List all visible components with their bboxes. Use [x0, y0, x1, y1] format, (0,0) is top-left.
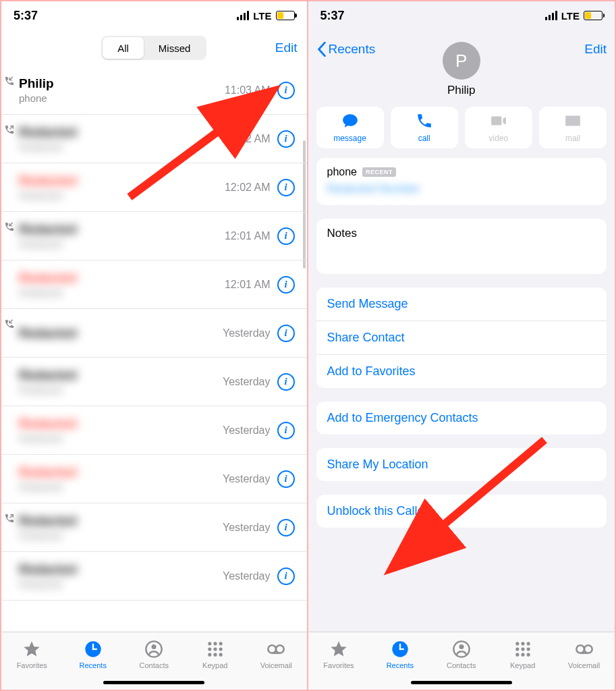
battery-icon: [584, 11, 603, 20]
phone-card[interactable]: phone RECENT Redacted Number: [316, 158, 607, 205]
recents-icon: [391, 640, 410, 660]
info-button[interactable]: i: [277, 519, 295, 536]
segment-missed[interactable]: Missed: [144, 37, 206, 59]
tab-contacts[interactable]: Contacts: [123, 632, 185, 676]
message-action[interactable]: message: [316, 107, 384, 148]
tab-favorites[interactable]: Favorites: [308, 632, 370, 676]
caller-name: Redacted: [19, 173, 225, 188]
info-button[interactable]: i: [277, 276, 295, 294]
svg-point-24: [521, 642, 524, 645]
back-button[interactable]: Recents: [316, 42, 376, 57]
svg-point-6: [213, 642, 217, 645]
caller-sub: Redacted: [19, 433, 223, 444]
caller-sub: Redacted: [19, 287, 225, 298]
info-button[interactable]: i: [277, 422, 295, 439]
call-time: 12:01 AM: [225, 230, 271, 242]
recents-screen: 5:37 LTE All Missed Edit Philipphone11:0…: [1, 1, 308, 690]
tab-recents[interactable]: Recents: [369, 632, 430, 676]
tab-keypad[interactable]: Keypad: [185, 632, 246, 676]
keypad-icon: [206, 640, 225, 660]
svg-point-14: [269, 645, 277, 653]
call-row[interactable]: Philipphone11:03 AMi: [1, 66, 307, 115]
tab-voicemail[interactable]: Voicemail: [553, 632, 615, 676]
action-share-my-location[interactable]: Share My Location: [316, 448, 607, 481]
call-row[interactable]: RedactedRedacted12:02 AMi: [1, 115, 307, 163]
svg-point-10: [219, 647, 222, 651]
call-row[interactable]: RedactedRedactedYesterdayi: [1, 358, 307, 406]
call-row[interactable]: RedactedYesterdayi: [1, 309, 307, 358]
chevron-left-icon: [316, 42, 327, 57]
info-button[interactable]: i: [277, 470, 295, 488]
detail-header: Recents Edit: [308, 30, 615, 69]
recents-icon: [84, 640, 103, 660]
action-send-message[interactable]: Send Message: [316, 287, 607, 321]
call-action[interactable]: call: [391, 107, 458, 148]
call-time: 12:02 AM: [225, 133, 271, 145]
action-add-to-favorites[interactable]: Add to Favorites: [316, 355, 607, 388]
svg-point-11: [208, 653, 211, 656]
phone-number[interactable]: Redacted Number: [327, 182, 596, 196]
keypad-icon: [513, 640, 532, 660]
edit-button[interactable]: Edit: [275, 40, 298, 55]
svg-point-31: [526, 653, 530, 656]
call-row[interactable]: RedactedRedacted12:01 AMi: [1, 260, 307, 309]
tab-voicemail[interactable]: Voicemail: [246, 632, 307, 676]
svg-point-28: [526, 647, 530, 651]
phone-icon: [416, 112, 433, 132]
notes-card[interactable]: Notes: [316, 219, 607, 274]
tab-contacts[interactable]: Contacts: [430, 632, 492, 676]
svg-rect-20: [399, 648, 404, 649]
action-share-contact[interactable]: Share Contact: [316, 321, 607, 355]
svg-point-13: [219, 653, 222, 656]
recents-list[interactable]: Philipphone11:03 AMiRedactedRedacted12:0…: [1, 66, 307, 632]
svg-point-29: [515, 653, 519, 656]
info-button[interactable]: i: [277, 227, 295, 245]
svg-rect-2: [92, 648, 97, 649]
status-time: 5:37: [13, 9, 38, 23]
caller-name: Redacted: [19, 326, 223, 341]
svg-point-22: [459, 644, 464, 649]
mail-icon: [564, 112, 582, 132]
video-action[interactable]: video: [465, 107, 532, 148]
info-button[interactable]: i: [277, 373, 295, 391]
svg-point-15: [276, 645, 284, 653]
edit-button[interactable]: Edit: [584, 42, 607, 57]
info-button[interactable]: i: [277, 568, 295, 585]
actions-group-2: Add to Emergency Contacts: [316, 402, 607, 435]
svg-point-26: [515, 647, 519, 651]
actions-group-1: Send MessageShare ContactAdd to Favorite…: [316, 287, 607, 388]
call-row[interactable]: RedactedRedacted12:01 AMi: [1, 212, 307, 260]
caller-name: Redacted: [19, 514, 223, 528]
call-row[interactable]: RedactedRedacted12:02 AMi: [1, 163, 307, 212]
segment-all[interactable]: All: [103, 37, 144, 59]
info-button[interactable]: i: [277, 179, 295, 196]
caller-sub: phone: [19, 92, 225, 104]
caller-sub: Redacted: [19, 481, 223, 493]
info-button[interactable]: i: [277, 130, 295, 148]
actions-group-3: Share My Location: [316, 448, 607, 481]
call-time: Yesterday: [223, 424, 271, 437]
phone-label: phone: [327, 166, 358, 178]
caller-sub: Redacted: [19, 578, 223, 590]
info-button[interactable]: i: [277, 325, 295, 342]
caller-name: Redacted: [19, 222, 225, 237]
action-row: message call video mail: [308, 107, 615, 158]
action-add-to-emergency-contacts[interactable]: Add to Emergency Contacts: [316, 402, 607, 435]
contacts-icon: [452, 640, 471, 660]
svg-point-33: [584, 645, 592, 653]
call-row[interactable]: RedactedRedactedYesterdayi: [1, 406, 307, 455]
signal-icon: [545, 11, 557, 20]
signal-icon: [237, 11, 249, 20]
tab-recents[interactable]: Recents: [63, 632, 124, 676]
action-unblock-this-caller[interactable]: Unblock this Caller: [316, 495, 607, 528]
info-button[interactable]: i: [277, 82, 295, 99]
mail-action[interactable]: mail: [539, 107, 607, 148]
video-icon: [490, 112, 507, 132]
battery-icon: [276, 11, 295, 20]
call-row[interactable]: RedactedRedactedYesterdayi: [1, 503, 307, 552]
tab-favorites[interactable]: Favorites: [1, 632, 63, 676]
call-row[interactable]: RedactedRedactedYesterdayi: [1, 552, 307, 601]
tab-keypad[interactable]: Keypad: [492, 632, 553, 676]
network-label: LTE: [561, 10, 580, 22]
call-row[interactable]: RedactedRedactedYesterdayi: [1, 455, 307, 503]
